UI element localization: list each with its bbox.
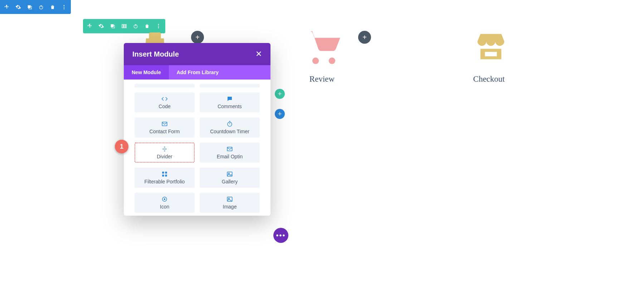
add-module-button[interactable]: + [358, 31, 371, 44]
svg-rect-10 [124, 24, 125, 28]
cart-icon [304, 28, 340, 64]
module-comments[interactable]: Comments [200, 92, 260, 112]
module-item-stub[interactable] [200, 84, 260, 87]
grid-icon [161, 171, 168, 177]
column-label: Review [275, 75, 369, 84]
page-actions-fab[interactable]: ••• [273, 228, 288, 243]
svg-rect-26 [165, 175, 167, 177]
module-divider[interactable]: Divider [135, 143, 195, 163]
module-code[interactable]: Code [135, 92, 195, 112]
tab-add-from-library[interactable]: Add From Library [169, 65, 226, 80]
svg-point-14 [158, 24, 159, 25]
column-checkout: Checkout [443, 28, 536, 84]
svg-rect-23 [162, 172, 164, 173]
timer-icon [226, 121, 233, 127]
duplicate-icon[interactable] [26, 4, 33, 10]
svg-rect-0 [28, 5, 31, 8]
svg-point-5 [64, 6, 65, 8]
code-icon [161, 96, 168, 102]
page-columns: Shop Review Checkout [0, 28, 644, 84]
module-label: Countdown Timer [210, 129, 249, 134]
svg-point-4 [64, 5, 65, 6]
svg-rect-7 [111, 24, 114, 27]
module-item-stub[interactable] [135, 84, 195, 87]
modal-tabs: New Module Add From Library [124, 65, 270, 80]
divider-icon [161, 146, 168, 152]
callout-badge: 1 [115, 140, 128, 153]
close-icon[interactable]: ✕ [255, 49, 262, 59]
store-icon [471, 28, 507, 64]
circle-dot-icon [161, 196, 168, 202]
image-icon [226, 171, 233, 177]
svg-rect-27 [227, 172, 232, 176]
module-contact-form[interactable]: Contact Form [135, 117, 195, 138]
module-label: Image [223, 204, 237, 210]
module-email-optin[interactable]: Email Optin [200, 143, 260, 163]
svg-point-6 [64, 8, 65, 9]
image-icon [226, 196, 233, 202]
svg-rect-9 [122, 24, 123, 28]
module-label: Code [158, 104, 170, 109]
more-icon[interactable] [61, 4, 67, 10]
column-label: Checkout [443, 75, 536, 84]
module-label: Contact Form [150, 129, 180, 134]
svg-point-15 [158, 26, 159, 27]
add-section-button[interactable]: + [275, 109, 285, 119]
modal-header: Insert Module ✕ [124, 43, 270, 65]
modal-body: Code Comments Contact Form Countdown Tim… [124, 80, 270, 216]
module-filterable-portfolio[interactable]: Filterable Portfolio [135, 168, 195, 188]
svg-rect-25 [162, 175, 164, 177]
tab-new-module[interactable]: New Module [124, 65, 169, 80]
column-review: Review [275, 28, 369, 84]
section-toolbar[interactable] [0, 0, 71, 14]
module-label: Comments [218, 104, 242, 109]
mail-icon [226, 146, 233, 152]
module-image[interactable]: Image [200, 193, 260, 213]
module-row-partial [135, 84, 260, 87]
power-icon[interactable] [38, 4, 44, 10]
module-label: Gallery [222, 179, 238, 184]
svg-rect-24 [165, 172, 167, 173]
modal-title: Insert Module [132, 50, 179, 58]
module-gallery[interactable]: Gallery [200, 168, 260, 188]
module-label: Filterable Portfolio [145, 179, 185, 184]
module-label: Email Optin [217, 154, 243, 159]
trash-icon[interactable] [49, 4, 56, 10]
insert-module-modal: Insert Module ✕ New Module Add From Libr… [124, 43, 270, 216]
module-countdown-timer[interactable]: Countdown Timer [200, 117, 260, 138]
module-icon[interactable]: Icon [135, 193, 195, 213]
svg-point-30 [164, 199, 165, 200]
add-row-button[interactable]: + [275, 89, 285, 99]
svg-rect-11 [125, 24, 126, 28]
mail-icon [161, 121, 168, 127]
chat-icon [226, 96, 233, 102]
module-label: Divider [157, 154, 172, 159]
gear-icon[interactable] [15, 4, 21, 10]
add-module-button[interactable]: + [191, 31, 204, 44]
module-label: Icon [160, 204, 169, 210]
move-icon[interactable] [4, 4, 10, 10]
